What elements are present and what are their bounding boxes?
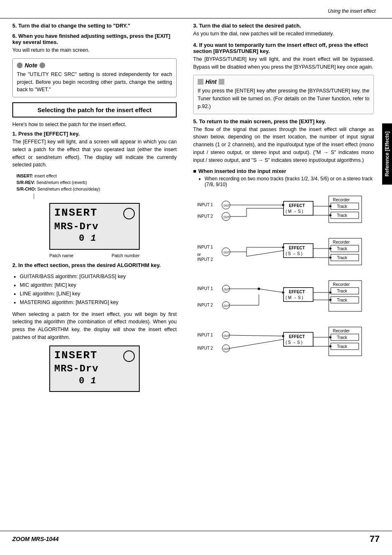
step2-title: In the effect section, press the desired… (18, 262, 161, 268)
footer-brand: ZOOM MRS-1044 (12, 536, 59, 542)
footer-page: 77 (370, 534, 380, 544)
svg-text:INPUT 1: INPUT 1 (197, 286, 213, 291)
step4-num: 4. (193, 42, 198, 48)
when-inserted-heading: When inserted into the input mixer (198, 168, 286, 174)
step-1: 1. Press the [EFFECT] key. The [EFFECT] … (12, 131, 177, 169)
diag-4: Recorder Track Track EFFECT ( S → S ) IN… (193, 322, 374, 361)
insert-label-line2: S/R-REV: Send/return effect (reverb) (16, 180, 177, 186)
step4-title: If you want to temporarily turn the inse… (193, 42, 368, 54)
step-3: 3. Turn the dial to select the desired p… (193, 23, 374, 38)
hint-square-icon-right (219, 79, 224, 85)
step3-title: Turn the dial to select the desired patc… (199, 23, 301, 29)
display-2: INSERT MRS-Drv 0 1 (49, 345, 140, 392)
patch-name-label: Patch name (49, 253, 74, 258)
step-5-right: 5. To return to the main screen, press t… (193, 118, 374, 164)
signal-flow-1: Recorder Track Track EFFECT ( M → S ) (193, 194, 370, 225)
note-label: Note (25, 62, 37, 69)
svg-text:OUT: OUT (224, 304, 230, 307)
step3-body: As you turn the dial, new patches will b… (193, 30, 374, 38)
svg-text:( S → S ): ( S → S ) (286, 340, 302, 345)
display2-line2: MRS-Drv (54, 362, 135, 375)
svg-text:INPUT 2: INPUT 2 (197, 257, 213, 262)
svg-line-45 (247, 251, 284, 256)
svg-text:Track: Track (337, 204, 348, 209)
insert-label1: insert effect (35, 173, 57, 178)
display2-line3: 0 1 (79, 375, 135, 387)
svg-text:OUT: OUT (224, 288, 230, 291)
header-title: Using the insert effect (328, 8, 376, 14)
step1-body: The [EFFECT] key will light, and a scree… (12, 138, 177, 169)
section-box: Selecting the patch for the insert effec… (12, 102, 177, 117)
diagram-sub-item: When recording on two mono tracks (track… (205, 176, 374, 187)
step5-title: Turn the dial to change the setting to "… (18, 23, 130, 29)
svg-text:EFFECT: EFFECT (289, 334, 305, 339)
insert-label-line1: INSERT: insert effect (16, 173, 177, 180)
svg-text:Track: Track (337, 213, 348, 218)
hint-square-icon-left (198, 79, 203, 85)
signal-flow-4: Recorder Track Track EFFECT ( S → S ) IN… (193, 325, 370, 358)
svg-text:Track: Track (337, 344, 348, 349)
step2-body: When selecting a patch for the insert ef… (12, 311, 177, 341)
bullet-list: GUITAR/BASS algorithm: [GUITAR/BASS] key… (20, 272, 177, 307)
diagram-heading: When inserted into the input mixer (193, 168, 374, 174)
svg-text:OUT: OUT (224, 216, 230, 219)
page-header: Using the insert effect (0, 8, 392, 18)
step3-num: 3. (193, 23, 198, 29)
display2-circle (123, 350, 135, 362)
insert-labels: INSERT: insert effect S/R-REV: Send/retu… (16, 173, 177, 200)
svg-text:( M → S ): ( M → S ) (286, 295, 303, 300)
svg-text:Recorder: Recorder (333, 198, 350, 202)
diagram-sub: When recording on two mono tracks (track… (199, 176, 374, 187)
svg-text:Recorder: Recorder (333, 240, 350, 244)
svg-text:Track: Track (337, 246, 348, 251)
svg-text:Recorder: Recorder (333, 282, 350, 287)
diag-3: Recorder Track Track EFFECT ( M → S ) IN… (193, 275, 374, 317)
signal-flow-2: Recorder Track Track EFFECT ( S → S ) IN… (193, 236, 370, 267)
step5-num: 5. (12, 23, 17, 29)
hint-label: Hint (205, 78, 217, 85)
svg-text:Track: Track (337, 289, 348, 293)
svg-text:Track: Track (337, 298, 348, 302)
svg-text:Track: Track (337, 335, 348, 340)
svg-text:EFFECT: EFFECT (289, 290, 305, 294)
side-tab-label: Reference [Effects] (384, 131, 390, 176)
svg-text:INPUT 1: INPUT 1 (197, 245, 213, 249)
display1-circle (123, 208, 135, 219)
svg-text:EFFECT: EFFECT (289, 246, 305, 250)
diag-2: Recorder Track Track EFFECT ( S → S ) IN… (193, 233, 374, 270)
patch-number-label: Patch number (112, 253, 140, 258)
svg-text:or: or (197, 252, 201, 257)
step5r-title: To return to the main screen, press the … (199, 118, 326, 124)
bullet-2: MIC algorithm: [MIC] key (20, 281, 177, 290)
svg-text:EFFECT: EFFECT (289, 203, 305, 208)
hint-box: Hint If you press the [ENTER] key after … (193, 75, 374, 114)
display1-line2: MRS-Drv (54, 220, 135, 233)
left-column: 5. Turn the dial to change the setting t… (12, 23, 185, 396)
bullet-3: LINE algorithm: [LINE] key (20, 290, 177, 298)
step1-title: Press the [EFFECT] key. (18, 131, 79, 137)
note-circle-icon (17, 62, 23, 68)
step-4: 4. If you want to temporarily turn the i… (193, 42, 374, 71)
svg-line-65 (259, 289, 284, 292)
right-column: 3. Turn the dial to select the desired p… (185, 23, 374, 396)
note-circle-icon-right (39, 62, 45, 68)
display1-line1: INSERT (54, 206, 135, 220)
insert-label3-bold: S/R-CHO: (16, 187, 36, 191)
step1-num: 1. (12, 131, 17, 137)
insert-label2-bold: S/R-REV: (16, 180, 35, 185)
bullet-4: MASTERING algorithm: [MASTERING] key (20, 298, 177, 307)
note-title: Note (17, 62, 172, 69)
svg-text:( M → S ): ( M → S ) (286, 209, 303, 214)
display1-line3: 0 1 (79, 233, 135, 245)
side-tab: Reference [Effects] (382, 123, 392, 184)
step-5-left: 5. Turn the dial to change the setting t… (12, 23, 177, 29)
insert-label-line3: S/R-CHO: Send/return effect (chorus/dela… (16, 186, 177, 193)
section-intro: Here's how to select the patch for the i… (12, 122, 177, 127)
step6-title: When you have finished adjusting setting… (12, 33, 170, 45)
display2-line1: INSERT (54, 349, 135, 363)
insert-label2: Send/return effect (reverb) (36, 180, 87, 185)
svg-text:OUT: OUT (224, 204, 230, 207)
svg-text:INPUT 2: INPUT 2 (197, 303, 213, 307)
signal-flow-3: Recorder Track Track EFFECT ( M → S ) IN… (193, 279, 370, 313)
svg-text:Recorder: Recorder (333, 329, 350, 333)
